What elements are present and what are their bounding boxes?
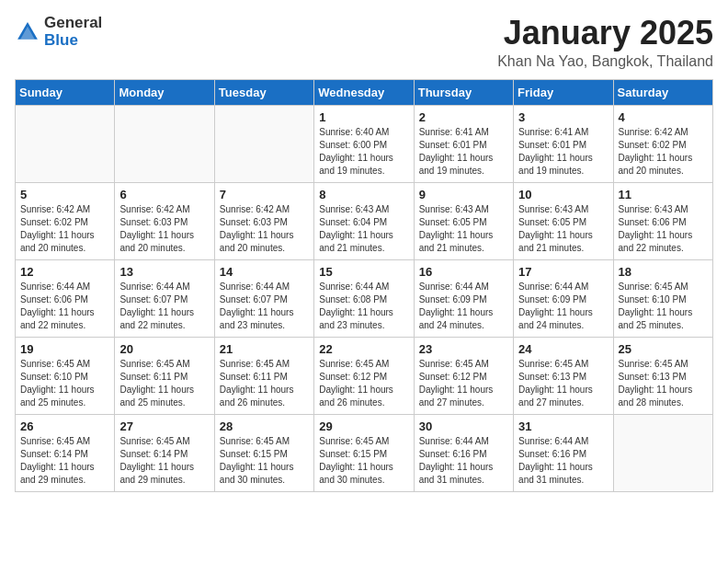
day-number: 21 [220, 342, 309, 356]
calendar-cell [115, 105, 214, 182]
calendar-title: January 2025 [497, 15, 713, 52]
day-info: Sunrise: 6:43 AM Sunset: 6:05 PM Dayligh… [419, 203, 508, 255]
day-info: Sunrise: 6:44 AM Sunset: 6:07 PM Dayligh… [119, 281, 209, 332]
day-info: Sunrise: 6:42 AM Sunset: 6:02 PM Dayligh… [619, 126, 708, 178]
day-info: Sunrise: 6:44 AM Sunset: 6:08 PM Dayligh… [319, 281, 408, 332]
day-number: 6 [119, 188, 209, 201]
calendar-cell: 16Sunrise: 6:44 AM Sunset: 6:09 PM Dayli… [414, 259, 513, 337]
day-info: Sunrise: 6:42 AM Sunset: 6:02 PM Dayligh… [20, 203, 109, 255]
calendar-week-row: 26Sunrise: 6:45 AM Sunset: 6:14 PM Dayli… [16, 414, 713, 491]
calendar-cell: 13Sunrise: 6:44 AM Sunset: 6:07 PM Dayli… [115, 259, 214, 337]
day-info: Sunrise: 6:44 AM Sunset: 6:09 PM Dayligh… [419, 281, 508, 332]
logo-text: General Blue [44, 15, 102, 49]
day-number: 9 [419, 188, 508, 201]
day-number: 29 [319, 419, 408, 433]
day-info: Sunrise: 6:45 AM Sunset: 6:15 PM Dayligh… [220, 435, 309, 487]
day-number: 4 [619, 110, 708, 124]
calendar-week-row: 5Sunrise: 6:42 AM Sunset: 6:02 PM Daylig… [16, 182, 713, 259]
day-info: Sunrise: 6:41 AM Sunset: 6:01 PM Dayligh… [518, 126, 608, 178]
calendar-cell: 30Sunrise: 6:44 AM Sunset: 6:16 PM Dayli… [414, 414, 513, 491]
weekday-thursday: Thursday [414, 79, 513, 105]
day-number: 14 [220, 265, 309, 279]
calendar-cell: 14Sunrise: 6:44 AM Sunset: 6:07 PM Dayli… [214, 259, 313, 337]
day-info: Sunrise: 6:45 AM Sunset: 6:11 PM Dayligh… [220, 358, 309, 409]
calendar-cell: 28Sunrise: 6:45 AM Sunset: 6:15 PM Dayli… [214, 414, 313, 491]
calendar-cell: 18Sunrise: 6:45 AM Sunset: 6:10 PM Dayli… [613, 259, 712, 337]
calendar-cell [16, 105, 115, 182]
calendar-cell: 26Sunrise: 6:45 AM Sunset: 6:14 PM Dayli… [16, 414, 115, 491]
day-number: 2 [419, 110, 508, 124]
calendar-cell: 8Sunrise: 6:43 AM Sunset: 6:04 PM Daylig… [314, 182, 414, 259]
day-info: Sunrise: 6:44 AM Sunset: 6:06 PM Dayligh… [20, 281, 109, 332]
weekday-sunday: Sunday [16, 79, 115, 105]
day-number: 17 [518, 265, 608, 279]
day-number: 8 [319, 188, 408, 201]
day-info: Sunrise: 6:44 AM Sunset: 6:09 PM Dayligh… [518, 281, 608, 332]
calendar-cell: 22Sunrise: 6:45 AM Sunset: 6:12 PM Dayli… [314, 337, 414, 414]
title-block: January 2025 Khan Na Yao, Bangkok, Thail… [497, 15, 713, 70]
day-info: Sunrise: 6:45 AM Sunset: 6:13 PM Dayligh… [619, 358, 708, 409]
day-number: 12 [20, 265, 109, 279]
day-info: Sunrise: 6:45 AM Sunset: 6:13 PM Dayligh… [518, 358, 608, 409]
day-number: 24 [518, 342, 608, 356]
calendar-table: SundayMondayTuesdayWednesdayThursdayFrid… [15, 79, 713, 492]
weekday-saturday: Saturday [613, 79, 712, 105]
day-number: 13 [119, 265, 209, 279]
day-info: Sunrise: 6:42 AM Sunset: 6:03 PM Dayligh… [220, 203, 309, 255]
day-info: Sunrise: 6:45 AM Sunset: 6:11 PM Dayligh… [119, 358, 209, 409]
day-info: Sunrise: 6:44 AM Sunset: 6:16 PM Dayligh… [419, 435, 508, 487]
day-number: 27 [119, 419, 209, 433]
day-number: 31 [518, 419, 608, 433]
calendar-cell: 17Sunrise: 6:44 AM Sunset: 6:09 PM Dayli… [514, 259, 613, 337]
day-number: 30 [419, 419, 508, 433]
calendar-week-row: 1Sunrise: 6:40 AM Sunset: 6:00 PM Daylig… [16, 105, 713, 182]
calendar-week-row: 19Sunrise: 6:45 AM Sunset: 6:10 PM Dayli… [16, 337, 713, 414]
day-number: 19 [20, 342, 109, 356]
day-number: 10 [518, 188, 608, 201]
day-number: 5 [20, 188, 109, 201]
day-info: Sunrise: 6:45 AM Sunset: 6:12 PM Dayligh… [319, 358, 408, 409]
day-info: Sunrise: 6:43 AM Sunset: 6:05 PM Dayligh… [518, 203, 608, 255]
calendar-cell: 6Sunrise: 6:42 AM Sunset: 6:03 PM Daylig… [115, 182, 214, 259]
day-info: Sunrise: 6:43 AM Sunset: 6:04 PM Dayligh… [319, 203, 408, 255]
day-number: 20 [119, 342, 209, 356]
day-info: Sunrise: 6:45 AM Sunset: 6:10 PM Dayligh… [619, 281, 708, 332]
day-number: 22 [319, 342, 408, 356]
day-number: 23 [419, 342, 508, 356]
day-number: 25 [619, 342, 708, 356]
day-info: Sunrise: 6:45 AM Sunset: 6:10 PM Dayligh… [20, 358, 109, 409]
day-number: 28 [220, 419, 309, 433]
calendar-subtitle: Khan Na Yao, Bangkok, Thailand [497, 53, 713, 70]
calendar-cell: 19Sunrise: 6:45 AM Sunset: 6:10 PM Dayli… [16, 337, 115, 414]
logo-general: General [44, 15, 102, 32]
calendar-cell: 23Sunrise: 6:45 AM Sunset: 6:12 PM Dayli… [414, 337, 513, 414]
calendar-cell: 21Sunrise: 6:45 AM Sunset: 6:11 PM Dayli… [214, 337, 313, 414]
day-info: Sunrise: 6:45 AM Sunset: 6:15 PM Dayligh… [319, 435, 408, 487]
day-info: Sunrise: 6:45 AM Sunset: 6:14 PM Dayligh… [20, 435, 109, 487]
logo: General Blue [15, 15, 102, 49]
logo-icon [15, 19, 40, 45]
calendar-cell [214, 105, 313, 182]
day-number: 26 [20, 419, 109, 433]
day-info: Sunrise: 6:42 AM Sunset: 6:03 PM Dayligh… [119, 203, 209, 255]
calendar-cell: 25Sunrise: 6:45 AM Sunset: 6:13 PM Dayli… [613, 337, 712, 414]
weekday-wednesday: Wednesday [314, 79, 414, 105]
calendar-cell: 27Sunrise: 6:45 AM Sunset: 6:14 PM Dayli… [115, 414, 214, 491]
day-info: Sunrise: 6:41 AM Sunset: 6:01 PM Dayligh… [419, 126, 508, 178]
calendar-cell: 1Sunrise: 6:40 AM Sunset: 6:00 PM Daylig… [314, 105, 414, 182]
calendar-cell: 12Sunrise: 6:44 AM Sunset: 6:06 PM Dayli… [16, 259, 115, 337]
page-header: General Blue January 2025 Khan Na Yao, B… [15, 15, 713, 70]
calendar-cell: 3Sunrise: 6:41 AM Sunset: 6:01 PM Daylig… [514, 105, 613, 182]
weekday-header-row: SundayMondayTuesdayWednesdayThursdayFrid… [16, 79, 713, 105]
calendar-cell: 9Sunrise: 6:43 AM Sunset: 6:05 PM Daylig… [414, 182, 513, 259]
calendar-cell: 24Sunrise: 6:45 AM Sunset: 6:13 PM Dayli… [514, 337, 613, 414]
day-info: Sunrise: 6:44 AM Sunset: 6:07 PM Dayligh… [220, 281, 309, 332]
day-number: 1 [319, 110, 408, 124]
calendar-cell: 29Sunrise: 6:45 AM Sunset: 6:15 PM Dayli… [314, 414, 414, 491]
calendar-cell: 20Sunrise: 6:45 AM Sunset: 6:11 PM Dayli… [115, 337, 214, 414]
calendar-cell [613, 414, 712, 491]
day-info: Sunrise: 6:45 AM Sunset: 6:14 PM Dayligh… [119, 435, 209, 487]
logo-blue: Blue [44, 32, 102, 50]
day-number: 15 [319, 265, 408, 279]
calendar-cell: 10Sunrise: 6:43 AM Sunset: 6:05 PM Dayli… [514, 182, 613, 259]
